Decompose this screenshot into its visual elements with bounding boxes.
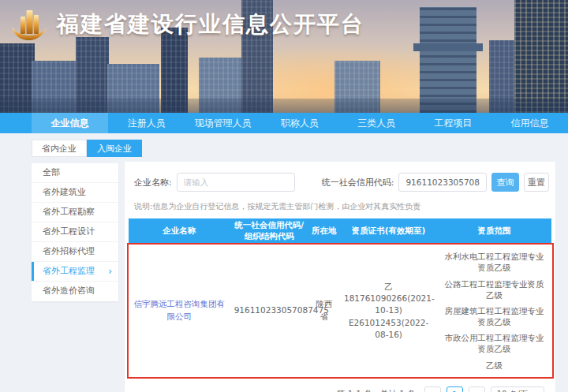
results-table: 企业名称 统一社会信用代码/组织结构代码 所在地 资质证书(有效期至) 资质范围… bbox=[129, 218, 551, 379]
sidebar-item-supervision[interactable]: 省外工程监理 › bbox=[32, 262, 118, 282]
scope-entry: 水利水电工程工程监理专业资质乙级 bbox=[441, 251, 547, 273]
search-form: 企业名称: 统一社会信用代码: 查询 重置 bbox=[134, 172, 549, 192]
company-link[interactable]: 信宇腾远工程咨询集团有限公司 bbox=[134, 299, 226, 321]
company-name-label: 企业名称: bbox=[134, 177, 172, 189]
sidebar-item-construction[interactable]: 省外建筑业 bbox=[32, 183, 118, 203]
table-header-row: 企业名称 统一社会信用代码/组织结构代码 所在地 资质证书(有效期至) 资质范围 bbox=[129, 218, 551, 243]
sidebar-item-bidding-agency[interactable]: 省外招标代理 bbox=[32, 242, 118, 262]
col-header-company: 企业名称 bbox=[129, 224, 230, 238]
header-banner: 福建省建设行业信息公开平台 bbox=[0, 0, 568, 113]
col-header-scope: 资质范围 bbox=[437, 224, 551, 238]
main-panel: 企业名称: 统一社会信用代码: 查询 重置 说明:信息为企业自行登记信息，按规定… bbox=[125, 162, 555, 392]
subtab-entering-fujian[interactable]: 入闽企业 bbox=[87, 140, 142, 157]
prev-page-button[interactable]: < bbox=[424, 386, 441, 392]
scope-entry: 房屋建筑工程工程监理专业资质乙级 bbox=[441, 305, 547, 327]
main-nav: 企业信息 注册人员 现场管理人员 职称人员 三类人员 工程项目 信用信息 bbox=[0, 113, 568, 133]
sidebar-item-cost-consulting[interactable]: 省外造价咨询 bbox=[32, 282, 118, 301]
col-header-location: 所在地 bbox=[308, 224, 340, 238]
next-page-button[interactable]: > bbox=[469, 386, 485, 392]
location-cell: 陕西省 bbox=[308, 295, 340, 327]
category-sidebar: 全部 省外建筑业 省外工程勘察 省外工程设计 省外招标代理 省外工程监理 › 省… bbox=[32, 163, 118, 301]
scope-entry: 市政公用工程工程监理专业资质乙级 bbox=[441, 332, 547, 354]
certificate-entry: E261012453(2022-08-16) bbox=[344, 317, 433, 341]
sidebar-item-survey[interactable]: 省外工程勘察 bbox=[32, 203, 118, 222]
pagination: 第 1-1 条 , 总计 1 条 < 1 > 10 条/页 bbox=[125, 386, 544, 392]
chevron-right-icon: › bbox=[108, 262, 112, 281]
col-header-credit-code: 统一社会信用代码/组织结构代码 bbox=[230, 218, 308, 243]
city-skyline bbox=[420, 7, 476, 113]
disclaimer-text: 说明:信息为企业自行登记信息，按规定无需主管部门检测，由企业对其真实性负责 bbox=[134, 201, 555, 212]
certificates-cell: 乙181761090266(2021-10-13) E261012453(202… bbox=[340, 278, 437, 344]
nav-tab-enterprise-info[interactable]: 企业信息 bbox=[32, 113, 108, 133]
credit-code-label: 统一社会信用代码: bbox=[322, 177, 394, 189]
table-row: 信宇腾远工程咨询集团有限公司 916110233057087475 陕西省 乙1… bbox=[129, 243, 551, 379]
page-size-value: 10 条/页 bbox=[497, 389, 528, 392]
subtab-in-province[interactable]: 省内企业 bbox=[32, 140, 87, 157]
sidebar-item-label: 省外工程监理 bbox=[43, 266, 95, 276]
nav-tab-site-management-personnel[interactable]: 现场管理人员 bbox=[185, 113, 261, 133]
nav-tab-three-types-personnel[interactable]: 三类人员 bbox=[338, 113, 415, 133]
page-number-button[interactable]: 1 bbox=[447, 386, 463, 392]
scope-cell: 水利水电工程工程监理专业资质乙级 公路工程工程监理专业资质乙级 房屋建筑工程工程… bbox=[437, 243, 551, 379]
nav-tab-projects[interactable]: 工程项目 bbox=[415, 113, 491, 133]
pagination-summary: 第 1-1 条 , 总计 1 条 bbox=[337, 389, 416, 392]
enterprise-scope-tabs: 省内企业 入闽企业 bbox=[32, 140, 142, 157]
certificate-entry: 乙181761090266(2021-10-13) bbox=[344, 281, 433, 317]
city-skyline bbox=[514, 0, 568, 113]
scope-entry: 公路工程工程监理专业资质乙级 bbox=[441, 278, 547, 301]
col-header-certificates: 资质证书(有效期至) bbox=[340, 224, 437, 238]
nav-tab-registered-personnel[interactable]: 注册人员 bbox=[108, 113, 185, 133]
gold-building-emblem-icon bbox=[9, 8, 49, 41]
page-size-select[interactable]: 10 条/页 bbox=[491, 386, 544, 392]
reset-button[interactable]: 重置 bbox=[524, 173, 549, 192]
sidebar-item-all[interactable]: 全部 bbox=[32, 163, 118, 183]
brand: 福建省建设行业信息公开平台 bbox=[9, 8, 364, 41]
credit-code-cell: 916110233057087475 bbox=[230, 301, 308, 320]
sidebar-item-design[interactable]: 省外工程设计 bbox=[32, 222, 118, 242]
credit-code-input[interactable] bbox=[398, 173, 487, 192]
nav-tab-credit-info[interactable]: 信用信息 bbox=[491, 113, 568, 133]
page: 福建省建设行业信息公开平台 企业信息 注册人员 现场管理人员 职称人员 三类人员… bbox=[0, 0, 568, 392]
platform-title: 福建省建设行业信息公开平台 bbox=[57, 9, 364, 39]
query-button[interactable]: 查询 bbox=[491, 173, 519, 192]
city-skyline bbox=[0, 99, 568, 113]
nav-tab-title-personnel[interactable]: 职称人员 bbox=[261, 113, 338, 133]
company-cell: 信宇腾远工程咨询集团有限公司 bbox=[129, 295, 230, 327]
company-name-input[interactable] bbox=[177, 173, 295, 192]
scope-entry: 乙级 bbox=[441, 360, 547, 371]
